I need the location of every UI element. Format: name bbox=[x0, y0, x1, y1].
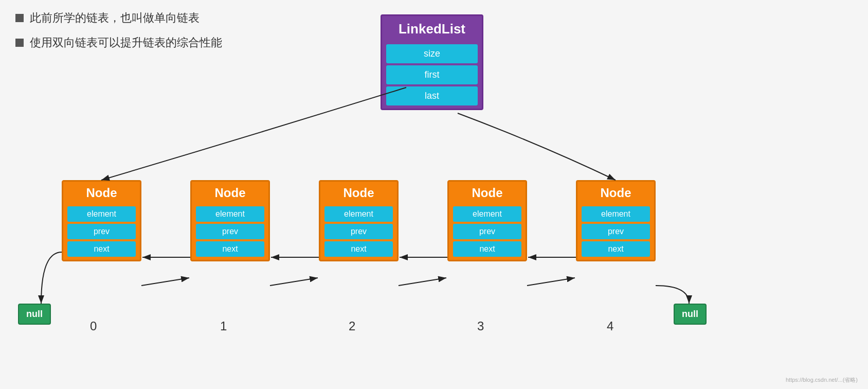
node-2-next: next bbox=[324, 241, 393, 257]
node-4-title: Node bbox=[577, 182, 654, 204]
node-3-title: Node bbox=[449, 182, 526, 204]
node-box-4: Node element prev next bbox=[576, 180, 656, 261]
null-left: null bbox=[18, 304, 51, 325]
node-0-prev: prev bbox=[67, 224, 136, 239]
node-2-element: element bbox=[324, 206, 393, 222]
node-0-element: element bbox=[67, 206, 136, 222]
node-box-2: Node element prev next bbox=[319, 180, 399, 261]
index-2: 2 bbox=[349, 319, 355, 333]
svg-line-2 bbox=[141, 278, 189, 286]
bullet-square-1 bbox=[15, 14, 24, 22]
node-box-3: Node element prev next bbox=[447, 180, 527, 261]
main-page: 此前所学的链表，也叫做单向链表 使用双向链表可以提升链表的综合性能 Linked… bbox=[0, 0, 868, 389]
bullet-1-text: 此前所学的链表，也叫做单向链表 bbox=[30, 10, 200, 26]
node-0-title: Node bbox=[63, 182, 140, 204]
node-3-next: next bbox=[453, 241, 521, 257]
index-3: 3 bbox=[477, 319, 484, 333]
node-3-prev: prev bbox=[453, 224, 521, 239]
node-4-next: next bbox=[582, 241, 650, 257]
node-0-next: next bbox=[67, 241, 136, 257]
svg-line-4 bbox=[270, 278, 318, 286]
index-4: 4 bbox=[607, 319, 613, 333]
linkedlist-field-size: size bbox=[386, 44, 478, 63]
null-right: null bbox=[674, 304, 707, 325]
linkedlist-box: LinkedList size first last bbox=[381, 14, 483, 110]
linkedlist-field-last: last bbox=[386, 86, 478, 105]
node-box-0: Node element prev next bbox=[62, 180, 141, 261]
index-0: 0 bbox=[90, 319, 97, 333]
bullet-2-text: 使用双向链表可以提升链表的综合性能 bbox=[30, 35, 222, 50]
bullet-square-2 bbox=[15, 39, 24, 47]
node-2-title: Node bbox=[320, 182, 397, 204]
watermark: https://blog.csdn.net/...(省略) bbox=[786, 376, 858, 384]
svg-line-6 bbox=[399, 278, 446, 286]
linkedlist-field-first: first bbox=[386, 65, 478, 84]
bullets-section: 此前所学的链表，也叫做单向链表 使用双向链表可以提升链表的综合性能 bbox=[15, 10, 222, 60]
linkedlist-title: LinkedList bbox=[382, 16, 482, 42]
node-1-title: Node bbox=[192, 182, 268, 204]
node-1-prev: prev bbox=[196, 224, 264, 239]
index-1: 1 bbox=[220, 319, 227, 333]
node-2-prev: prev bbox=[324, 224, 393, 239]
node-4-prev: prev bbox=[582, 224, 650, 239]
node-box-1: Node element prev next bbox=[190, 180, 270, 261]
node-1-element: element bbox=[196, 206, 264, 222]
node-4-element: element bbox=[582, 206, 650, 222]
bullet-2: 使用双向链表可以提升链表的综合性能 bbox=[15, 35, 222, 50]
node-3-element: element bbox=[453, 206, 521, 222]
svg-line-8 bbox=[527, 278, 575, 286]
node-1-next: next bbox=[196, 241, 264, 257]
bullet-1: 此前所学的链表，也叫做单向链表 bbox=[15, 10, 222, 26]
